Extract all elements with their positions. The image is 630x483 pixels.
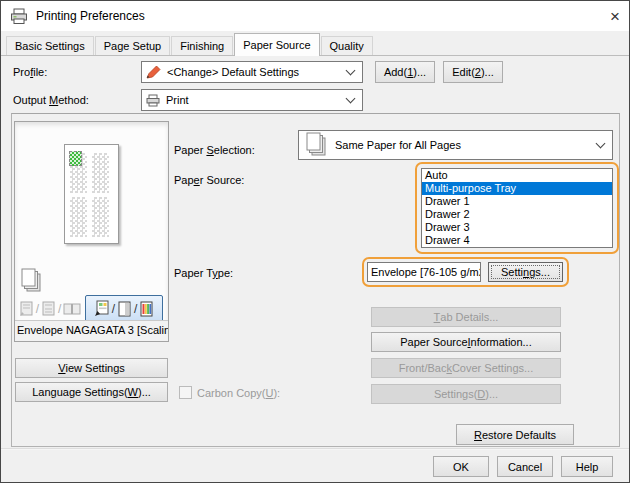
- restore-defaults-button[interactable]: Restore Defaults: [456, 424, 574, 445]
- printing-preferences-dialog: Printing Preferences × Basic Settings Pa…: [0, 0, 630, 483]
- chevron-down-icon: [346, 94, 356, 104]
- chevron-down-icon: [346, 66, 356, 76]
- paper-source-option[interactable]: Drawer 1: [422, 195, 612, 208]
- language-settings-button[interactable]: Language Settings(W)...: [15, 382, 168, 402]
- paper-source-label: Paper Source:: [174, 174, 244, 186]
- paper-type-label: Paper Type:: [174, 267, 233, 279]
- paper-stack-icon: [19, 268, 45, 294]
- page-preview: [64, 144, 119, 244]
- paper-selection-combo[interactable]: Same Paper for All Pages: [298, 130, 613, 160]
- carbon-copy-label: Carbon Copy(U):: [197, 387, 280, 399]
- tab-strip: Basic Settings Page Setup Finishing Pape…: [1, 33, 629, 56]
- book-spread-icon: [63, 302, 81, 316]
- cancel-button[interactable]: Cancel: [497, 456, 553, 477]
- preview-mode-buttons-disabled[interactable]: / /: [17, 297, 83, 321]
- paper-type-settings-button[interactable]: Settings...: [488, 262, 563, 282]
- preview-panel: / /: [14, 121, 169, 342]
- profile-label: Profile:: [13, 66, 47, 78]
- window-title: Printing Preferences: [36, 9, 145, 23]
- footer-divider: [1, 448, 629, 450]
- front-back-cover-settings-button[interactable]: Front/Back Cover Settings...: [371, 358, 561, 378]
- paper-selection-label: Paper Selection:: [174, 144, 255, 156]
- preview-view-buttons-active[interactable]: / /: [85, 295, 163, 322]
- profile-value: <Change> Default Settings: [167, 66, 299, 78]
- tab-page-setup[interactable]: Page Setup: [95, 36, 171, 55]
- preview-status-text: Envelope NAGAGATA 3 [Scaling: Au: [15, 320, 168, 342]
- grayscale-document-icon: [117, 301, 132, 317]
- document-list-icon: [19, 301, 34, 317]
- carbon-copy-settings-button[interactable]: Settings(D)...: [371, 384, 561, 404]
- tab-basic-settings[interactable]: Basic Settings: [6, 36, 94, 55]
- selected-page-marker: [69, 151, 82, 166]
- tab-finishing[interactable]: Finishing: [171, 36, 233, 55]
- carbon-copy-checkbox[interactable]: [179, 386, 192, 399]
- tab-quality[interactable]: Quality: [321, 36, 373, 55]
- add-profile-button[interactable]: Add(1)...: [375, 61, 435, 83]
- paper-source-option[interactable]: Drawer 2: [422, 208, 612, 221]
- paper-source-information-button[interactable]: Paper Source Information...: [371, 332, 561, 352]
- paper-type-field[interactable]: Envelope [76-105 g/m2]: [367, 262, 481, 282]
- output-method-value: Print: [166, 94, 189, 106]
- paper-source-option[interactable]: Multi-purpose Tray: [422, 182, 612, 195]
- paper-source-option[interactable]: Auto: [422, 169, 612, 182]
- chevron-down-icon: [596, 139, 606, 149]
- tab-details-button[interactable]: Tab Details...: [371, 307, 561, 327]
- ok-button[interactable]: OK: [433, 456, 489, 477]
- output-method-label: Output Method:: [13, 94, 89, 106]
- document-pages-icon: [41, 301, 56, 317]
- printer-icon: [10, 8, 28, 25]
- pencil-icon: [146, 65, 161, 79]
- view-settings-button[interactable]: View Settings: [15, 358, 168, 378]
- paper-source-option[interactable]: Drawer 3: [422, 221, 612, 234]
- help-button[interactable]: Help: [561, 456, 613, 477]
- profile-combo[interactable]: <Change> Default Settings: [141, 61, 363, 83]
- paper-source-option[interactable]: Drawer 4: [422, 234, 612, 247]
- edit-profile-button[interactable]: Edit(2)...: [443, 61, 503, 83]
- printer-small-icon: [146, 94, 160, 107]
- close-icon[interactable]: ×: [594, 8, 620, 25]
- paper-selection-value: Same Paper for All Pages: [335, 139, 461, 151]
- title-bar: Printing Preferences ×: [1, 1, 629, 31]
- color-document-pointer-icon: [94, 300, 110, 317]
- tab-paper-source[interactable]: Paper Source: [234, 33, 319, 56]
- color-stripes-document-icon: [139, 301, 154, 317]
- output-method-combo[interactable]: Print: [141, 89, 363, 111]
- same-paper-stack-icon: [303, 132, 329, 158]
- paper-source-listbox[interactable]: AutoMulti-purpose TrayDrawer 1Drawer 2Dr…: [421, 168, 613, 248]
